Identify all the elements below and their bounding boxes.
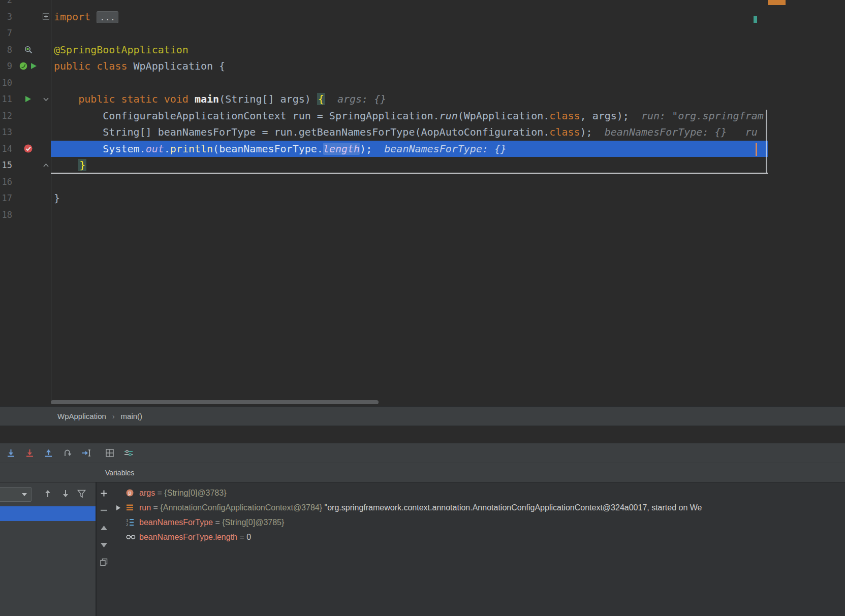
- variable-row[interactable]: run = {AnnotationConfigApplicationContex…: [111, 500, 845, 515]
- scrollbar-mark-teal: [754, 16, 757, 23]
- run-icon[interactable]: [25, 95, 32, 103]
- breakpoint-icon[interactable]: [24, 144, 33, 153]
- code-line-12[interactable]: 12 ConfigurableApplicationContext run = …: [0, 108, 768, 124]
- debug-toolbar: [0, 443, 845, 463]
- drop-frame-icon[interactable]: [62, 448, 72, 458]
- code-token: (WpApplication.: [458, 110, 550, 122]
- open-fold-icon[interactable]: [43, 96, 49, 103]
- code-line-10[interactable]: 10: [0, 75, 768, 91]
- tab-variables[interactable]: Variables: [105, 469, 134, 477]
- code-token: beanNamesForType: {} ru: [592, 126, 758, 138]
- close-fold-icon[interactable]: [43, 162, 49, 169]
- run-to-cursor-icon[interactable]: [81, 448, 90, 458]
- code-editor[interactable]: 23import ...78@SpringBootApplication9pub…: [0, 0, 845, 406]
- watch-icon: [126, 534, 136, 540]
- move-down-icon[interactable]: [61, 489, 70, 498]
- array-icon: 12: [126, 518, 134, 527]
- code-token: (String[] args): [219, 93, 317, 105]
- code-line-2[interactable]: 2: [0, 0, 768, 9]
- duplicate-icon[interactable]: [99, 558, 108, 567]
- code-line-14[interactable]: 14 System.out.println(beanNamesForType.l…: [0, 141, 768, 157]
- combo-caret-icon[interactable]: [22, 493, 27, 496]
- fold-column: [41, 96, 51, 103]
- plus-fold-icon[interactable]: [43, 13, 49, 20]
- code-token: class: [549, 110, 580, 122]
- right-edge-tick: [766, 110, 767, 173]
- code-line-8[interactable]: 8@SpringBootApplication: [0, 42, 768, 58]
- threads-dropdown[interactable]: [0, 487, 32, 502]
- gutter-icons: [15, 62, 41, 70]
- code-token: main: [195, 93, 219, 105]
- force-step-into-icon[interactable]: [25, 448, 34, 458]
- variable-value: {String[0]@3783}: [164, 489, 226, 498]
- fold-column: [41, 162, 51, 169]
- remove-watch-icon[interactable]: [99, 506, 108, 515]
- variable-type-icon-slot: [126, 534, 136, 540]
- code-line-18[interactable]: 18: [0, 207, 768, 223]
- line-number: 10: [0, 78, 12, 88]
- code-token: public class: [54, 60, 128, 72]
- code-token: .: [164, 143, 170, 155]
- variable-row[interactable]: 12beanNamesForType = {String[0]@3785}: [111, 515, 845, 530]
- code-line-3[interactable]: 3import ...: [0, 9, 768, 25]
- code-token: [90, 11, 97, 23]
- svg-text:2: 2: [126, 523, 128, 527]
- line-number: 11: [0, 94, 12, 104]
- code-token: [54, 159, 78, 171]
- code-line-13[interactable]: 13 String[] beanNamesForType = run.getBe…: [0, 124, 768, 141]
- editor-horizontal-scrollbar[interactable]: [51, 400, 379, 404]
- code-line-15[interactable]: 15 }: [0, 157, 768, 174]
- code-token: out: [146, 143, 164, 155]
- breadcrumb-item[interactable]: main(): [121, 412, 143, 420]
- variable-row[interactable]: beanNamesForType.length = 0: [111, 530, 845, 544]
- filter-settings-icon[interactable]: [124, 448, 133, 458]
- spring-bean-icon[interactable]: [19, 62, 27, 70]
- code-token: beanNamesForType: {}: [372, 143, 507, 155]
- variable-value: 0: [246, 533, 251, 542]
- line-number: 13: [0, 127, 12, 137]
- equals-sign: =: [237, 533, 246, 542]
- frames-selected-row[interactable]: [0, 506, 96, 521]
- gutter-icons: [15, 144, 41, 153]
- frames-toolbar: [0, 482, 96, 506]
- line-number: 16: [0, 177, 12, 187]
- code-token: args: {}: [325, 93, 386, 105]
- variable-row[interactable]: pargs = {String[0]@3783}: [111, 485, 845, 500]
- code-line-7[interactable]: 7: [0, 25, 768, 42]
- ide-window: 23import ...78@SpringBootApplication9pub…: [0, 0, 845, 616]
- run-icon[interactable]: [30, 62, 37, 70]
- line-number: 9: [0, 61, 12, 71]
- variable-type-icon-slot: p: [126, 489, 136, 497]
- variable-type-icon-slot: [126, 504, 136, 511]
- code-line-9[interactable]: 9public class WpApplication {: [0, 58, 768, 75]
- layout-grid-icon[interactable]: [105, 448, 114, 458]
- code-token: System.: [54, 143, 146, 155]
- add-watch-icon[interactable]: [99, 489, 108, 498]
- exec-line-right-tick: [756, 143, 757, 156]
- scroll-up-icon[interactable]: [99, 523, 108, 532]
- filter-funnel-icon[interactable]: [77, 489, 86, 498]
- debug-tab-bar: Variables: [0, 463, 845, 482]
- step-out-icon[interactable]: [44, 448, 53, 458]
- panel-gap-strip: [0, 426, 845, 443]
- variable-name: args: [139, 489, 155, 498]
- spring-search-icon[interactable]: [24, 45, 33, 54]
- breadcrumb-item[interactable]: WpApplication: [57, 412, 106, 420]
- code-line-17[interactable]: 17}: [0, 190, 768, 207]
- code-token: run: "org.springfram: [629, 110, 764, 122]
- editor-lines: 23import ...78@SpringBootApplication9pub…: [0, 0, 768, 223]
- code-token: [54, 93, 78, 105]
- code-line-11[interactable]: 11 public static void main(String[] args…: [0, 91, 768, 108]
- line-number: 18: [0, 210, 12, 220]
- expand-arrow-icon[interactable]: [116, 505, 121, 511]
- line-number: 7: [0, 28, 12, 38]
- equals-sign: =: [155, 489, 164, 498]
- scroll-down-icon[interactable]: [99, 540, 108, 549]
- fold-column: [41, 13, 51, 20]
- move-up-icon[interactable]: [43, 489, 52, 498]
- variable-type-icon-slot: 12: [126, 518, 136, 527]
- step-into-icon[interactable]: [6, 448, 15, 458]
- code-line-16[interactable]: 16: [0, 174, 768, 190]
- code-token: WpApplication {: [128, 60, 226, 72]
- code-token: class: [549, 126, 580, 138]
